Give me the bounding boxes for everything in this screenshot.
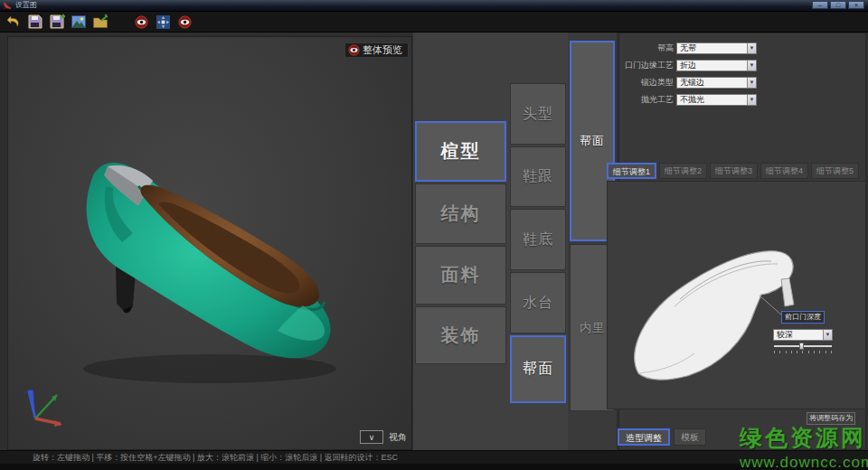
detail-tab-3[interactable]: 细节调整3 bbox=[710, 163, 758, 179]
detail-tab-4[interactable]: 细节调整4 bbox=[760, 163, 808, 179]
tab-label: 内里 bbox=[580, 320, 605, 336]
tab-heel[interactable]: 鞋跟 bbox=[510, 146, 566, 207]
close-button[interactable]: × bbox=[848, 1, 864, 9]
statusbar: 旋转：左键拖动 | 平移：按住空格+左键拖动 | 放大：滚轮前滚 | 缩小：滚轮… bbox=[0, 450, 868, 464]
dropdown-arrow-icon[interactable]: ▼ bbox=[747, 95, 756, 105]
minimize-button[interactable]: – bbox=[812, 1, 828, 9]
save-as-icon[interactable] bbox=[48, 14, 65, 31]
prop-label: 口门边缘工艺 bbox=[619, 60, 674, 71]
tab-label: 鞋跟 bbox=[523, 167, 553, 186]
tab-decoration[interactable]: 装饰 bbox=[415, 306, 506, 364]
tab-label: 水台 bbox=[523, 294, 553, 313]
view-angle-control: ∨ 视角 bbox=[360, 430, 407, 444]
prop-row-throat-edge: 口门边缘工艺 折边 ▼ bbox=[619, 59, 865, 71]
window-bottom-edge bbox=[0, 464, 868, 470]
prop-row-upper-height: 帮高 无帮 ▼ bbox=[619, 42, 865, 54]
prop-row-polish: 抛光工艺 不抛光 ▼ bbox=[619, 93, 865, 106]
undo-icon[interactable] bbox=[5, 14, 22, 31]
tab-fabric[interactable]: 面料 bbox=[415, 246, 506, 305]
tab-label: 帮面 bbox=[523, 360, 553, 379]
export-icon[interactable] bbox=[91, 14, 108, 31]
tab-label: 帮面 bbox=[580, 133, 605, 149]
tab-sole[interactable]: 鞋底 bbox=[510, 209, 566, 270]
dropdown-arrow-icon[interactable]: ▼ bbox=[747, 43, 756, 53]
dropdown-arrow-icon[interactable]: ▼ bbox=[747, 61, 756, 70]
save-adjustment-button[interactable]: 将调整码存为 bbox=[807, 412, 855, 425]
window-title: 设置图 bbox=[15, 1, 37, 10]
shape-tab-column: 头型 鞋跟 鞋底 水台 帮面 bbox=[508, 33, 568, 450]
save-icon[interactable] bbox=[26, 14, 43, 31]
titlebar: 设置图 – □ × bbox=[0, 0, 868, 12]
chevron-down-icon[interactable]: ∨ bbox=[360, 430, 383, 444]
dropdown-arrow-icon[interactable]: ▼ bbox=[823, 330, 832, 340]
slider-handle[interactable] bbox=[799, 343, 804, 350]
render-preview-icon[interactable] bbox=[133, 14, 150, 31]
tab-label: 面料 bbox=[441, 263, 481, 287]
dropdown-arrow-icon[interactable]: ▼ bbox=[747, 78, 756, 88]
adjust-preview-area: 前口门深度 较深 ▼ bbox=[607, 181, 866, 409]
tab-toe-shape[interactable]: 头型 bbox=[510, 83, 566, 145]
tab-label: 鞋底 bbox=[523, 230, 553, 249]
prop-label: 抛光工艺 bbox=[619, 94, 674, 106]
depth-slider[interactable] bbox=[774, 343, 832, 353]
axis-gizmo bbox=[15, 382, 68, 429]
shoe-3d-model bbox=[52, 123, 350, 403]
workspace: 整体预览 bbox=[0, 33, 868, 450]
tab-platform[interactable]: 水台 bbox=[510, 272, 566, 334]
throat-depth-annotation-button[interactable]: 前口门深度 bbox=[781, 311, 825, 324]
select-value: 折边 bbox=[677, 60, 747, 71]
upper-height-select[interactable]: 无帮 ▼ bbox=[676, 42, 757, 54]
overall-preview-label: 整体预览 bbox=[363, 43, 402, 57]
select-value: 不抛光 bbox=[677, 94, 747, 106]
prop-label: 帮高 bbox=[619, 42, 674, 54]
prop-label: 镶边类型 bbox=[619, 77, 674, 89]
tab-upper[interactable]: 帮面 bbox=[510, 335, 566, 403]
trim-type-select[interactable]: 无镶边 ▼ bbox=[676, 77, 757, 89]
status-help-text: 旋转：左键拖动 | 平移：按住空格+左键拖动 | 放大：滚轮前滚 | 缩小：滚轮… bbox=[33, 452, 398, 464]
tab-label: 头型 bbox=[523, 105, 553, 124]
shoe-sketch bbox=[608, 182, 867, 410]
fit-view-icon[interactable] bbox=[155, 14, 172, 31]
toolbar bbox=[0, 12, 868, 33]
eye-icon bbox=[348, 44, 360, 56]
detail-tab-2[interactable]: 细节调整2 bbox=[659, 163, 707, 179]
detail-tab-5[interactable]: 细节调整5 bbox=[811, 163, 859, 179]
detail-tab-1[interactable]: 细节调整1 bbox=[607, 163, 656, 179]
right-panel: 帮高 无帮 ▼ 口门边缘工艺 折边 ▼ 镶边类型 无镶边 ▼ 抛光工艺 不抛光 bbox=[618, 33, 866, 450]
tab-label: 装饰 bbox=[441, 324, 481, 348]
tab-structure[interactable]: 结构 bbox=[415, 183, 506, 244]
tab-last-shape[interactable]: 楦型 bbox=[415, 121, 506, 182]
select-value: 较深 bbox=[774, 329, 823, 341]
tab-label: 结构 bbox=[441, 202, 481, 226]
app-logo-shoe-icon bbox=[3, 2, 12, 10]
polish-select[interactable]: 不抛光 ▼ bbox=[676, 94, 757, 106]
style-adjust-button[interactable]: 造型调整 bbox=[618, 428, 670, 446]
template-button[interactable]: 模板 bbox=[674, 428, 706, 446]
detail-tab-bar: 细节调整1 细节调整2 细节调整3 细节调整4 细节调整5 bbox=[607, 163, 859, 179]
image-icon[interactable] bbox=[70, 14, 87, 31]
tab-label: 楦型 bbox=[441, 139, 481, 164]
view-angle-label: 视角 bbox=[389, 431, 407, 444]
select-value: 无镶边 bbox=[677, 77, 747, 89]
depth-select[interactable]: 较深 ▼ bbox=[773, 329, 833, 341]
select-value: 无帮 bbox=[677, 42, 747, 54]
maximize-button[interactable]: □ bbox=[830, 1, 846, 9]
main-tab-column: 楦型 结构 面料 装饰 bbox=[413, 33, 508, 450]
bottom-button-bar: 造型调整 模板 bbox=[618, 428, 706, 446]
throat-edge-select[interactable]: 折边 ▼ bbox=[676, 60, 757, 71]
material-preview-icon[interactable] bbox=[176, 14, 193, 31]
slider-ticks bbox=[774, 351, 832, 353]
prop-row-trim-type: 镶边类型 无镶边 ▼ bbox=[619, 76, 865, 89]
viewport-3d[interactable]: 整体预览 bbox=[7, 36, 412, 450]
overall-preview-button[interactable]: 整体预览 bbox=[344, 42, 409, 58]
